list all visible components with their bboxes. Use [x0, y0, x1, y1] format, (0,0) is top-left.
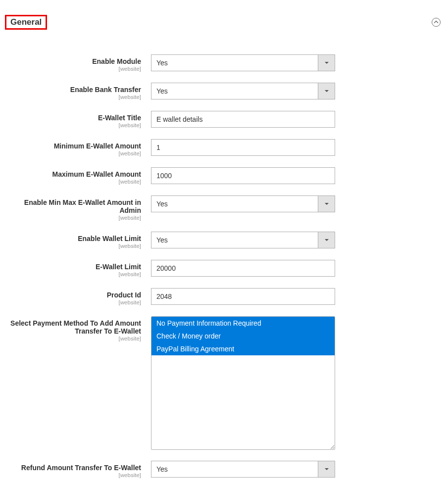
field-enable-module: Enable Module [website] Yes: [5, 54, 443, 72]
field-label: Enable Min Max E-Wallet Amount in Admin: [5, 198, 141, 214]
field-label-col: Enable Min Max E-Wallet Amount in Admin …: [5, 195, 151, 221]
select-value: Yes: [151, 195, 318, 212]
field-label: Enable Bank Transfer: [5, 86, 141, 94]
multiselect-payment-method[interactable]: No Payment Information Required Check / …: [151, 316, 335, 450]
field-scope: [website]: [5, 122, 141, 128]
field-refund-transfer: Refund Amount Transfer To E-Wallet [webs…: [5, 461, 443, 478]
field-ewallet-limit: E-Wallet Limit [website]: [5, 260, 443, 277]
payment-option[interactable]: PayPal Billing Agreement: [151, 342, 335, 355]
field-label-col: E-Wallet Limit [website]: [5, 260, 151, 277]
field-label: Enable Wallet Limit: [5, 235, 141, 242]
input-max-amount[interactable]: [151, 167, 335, 184]
input-ewallet-limit[interactable]: [151, 260, 335, 277]
field-label: Enable Module: [5, 57, 141, 65]
select-enable-module[interactable]: Yes: [151, 54, 335, 71]
field-label-col: Enable Wallet Limit [website]: [5, 232, 151, 249]
field-control: [151, 167, 335, 184]
field-enable-minmax-admin: Enable Min Max E-Wallet Amount in Admin …: [5, 195, 443, 221]
field-control: [151, 288, 335, 305]
chevron-down-icon: [318, 232, 335, 248]
field-label-col: Minimum E-Wallet Amount [website]: [5, 139, 151, 156]
field-scope: [website]: [5, 94, 141, 100]
field-control: No Payment Information Required Check / …: [151, 316, 335, 450]
field-control: Yes: [151, 195, 335, 212]
chevron-down-icon: [318, 83, 335, 99]
field-control: Yes: [151, 232, 335, 248]
input-ewallet-title[interactable]: [151, 111, 335, 128]
field-scope: [website]: [5, 299, 141, 305]
field-label: E-Wallet Limit: [5, 263, 141, 271]
select-value: Yes: [151, 461, 318, 478]
select-enable-bank-transfer[interactable]: Yes: [151, 83, 335, 99]
field-label-col: Product Id [website]: [5, 288, 151, 305]
chevron-down-icon: [318, 195, 335, 212]
field-control: [151, 139, 335, 156]
field-scope: [website]: [5, 472, 141, 478]
field-label-col: Enable Bank Transfer [website]: [5, 83, 151, 100]
field-ewallet-title: E-Wallet Title [website]: [5, 111, 443, 128]
field-scope: [website]: [5, 336, 141, 341]
field-control: [151, 111, 335, 128]
section-title: General: [5, 15, 47, 30]
field-label-col: Maximum E-Wallet Amount [website]: [5, 167, 151, 185]
select-value: Yes: [151, 83, 318, 99]
chevron-down-icon: [318, 461, 335, 478]
field-label: Minimum E-Wallet Amount: [5, 142, 141, 150]
field-control: Yes: [151, 83, 335, 99]
field-min-amount: Minimum E-Wallet Amount [website]: [5, 139, 443, 156]
field-enable-bank-transfer: Enable Bank Transfer [website] Yes: [5, 83, 443, 100]
field-max-amount: Maximum E-Wallet Amount [website]: [5, 167, 443, 185]
chevron-down-icon: [318, 54, 335, 71]
field-label-col: E-Wallet Title [website]: [5, 111, 151, 128]
select-value: Yes: [151, 54, 318, 71]
field-product-id: Product Id [website]: [5, 288, 443, 305]
select-value: Yes: [151, 232, 318, 248]
field-scope: [website]: [5, 66, 141, 72]
field-control: Yes: [151, 461, 335, 478]
field-label: Product Id: [5, 291, 141, 299]
field-scope: [website]: [5, 150, 141, 156]
input-min-amount[interactable]: [151, 139, 335, 156]
field-control: Yes: [151, 54, 335, 71]
input-product-id[interactable]: [151, 288, 335, 305]
field-scope: [website]: [5, 271, 141, 277]
field-scope: [website]: [5, 243, 141, 249]
field-label-col: Refund Amount Transfer To E-Wallet [webs…: [5, 461, 151, 478]
section-header: General: [5, 15, 443, 30]
payment-option[interactable]: No Payment Information Required: [151, 317, 335, 330]
field-label-col: Enable Module [website]: [5, 54, 151, 72]
field-label: E-Wallet Title: [5, 114, 141, 122]
field-scope: [website]: [5, 179, 141, 185]
select-enable-wallet-limit[interactable]: Yes: [151, 232, 335, 248]
select-refund-transfer[interactable]: Yes: [151, 461, 335, 478]
field-label: Refund Amount Transfer To E-Wallet: [5, 464, 141, 472]
collapse-icon[interactable]: [432, 18, 441, 27]
field-label: Select Payment Method To Add Amount Tran…: [5, 319, 141, 335]
field-payment-method: Select Payment Method To Add Amount Tran…: [5, 316, 443, 450]
field-label-col: Select Payment Method To Add Amount Tran…: [5, 316, 151, 341]
field-control: [151, 260, 335, 277]
field-label: Maximum E-Wallet Amount: [5, 170, 141, 178]
select-enable-minmax-admin[interactable]: Yes: [151, 195, 335, 212]
field-enable-wallet-limit: Enable Wallet Limit [website] Yes: [5, 232, 443, 249]
payment-option[interactable]: Check / Money order: [151, 330, 335, 342]
field-scope: [website]: [5, 215, 141, 221]
